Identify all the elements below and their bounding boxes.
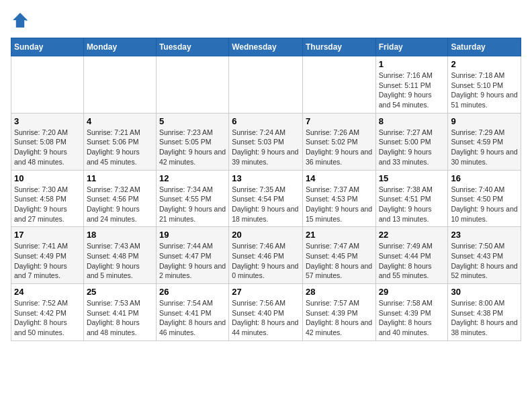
calendar-cell: 1Sunrise: 7:16 AM Sunset: 5:11 PM Daylig… xyxy=(375,56,448,113)
calendar-cell: 25Sunrise: 7:53 AM Sunset: 4:41 PM Dayli… xyxy=(83,284,156,341)
day-number: 23 xyxy=(451,230,518,240)
calendar-cell: 12Sunrise: 7:34 AM Sunset: 4:55 PM Dayli… xyxy=(156,170,228,227)
calendar-cell: 26Sunrise: 7:54 AM Sunset: 4:41 PM Dayli… xyxy=(156,284,228,341)
day-info: Sunrise: 7:40 AM Sunset: 4:50 PM Dayligh… xyxy=(451,185,518,224)
day-number: 1 xyxy=(379,59,445,69)
calendar-cell xyxy=(302,56,375,113)
calendar-cell: 19Sunrise: 7:44 AM Sunset: 4:47 PM Dayli… xyxy=(156,227,228,284)
day-info: Sunrise: 7:41 AM Sunset: 4:49 PM Dayligh… xyxy=(14,241,81,281)
calendar-cell: 14Sunrise: 7:37 AM Sunset: 4:53 PM Dayli… xyxy=(302,170,375,227)
day-number: 30 xyxy=(451,287,518,297)
day-info: Sunrise: 7:27 AM Sunset: 5:00 PM Dayligh… xyxy=(379,128,445,167)
day-info: Sunrise: 7:20 AM Sunset: 5:08 PM Dayligh… xyxy=(14,128,81,167)
calendar-week-5: 24Sunrise: 7:52 AM Sunset: 4:42 PM Dayli… xyxy=(11,284,521,341)
day-number: 11 xyxy=(87,173,153,183)
day-number: 18 xyxy=(87,230,153,240)
day-number: 12 xyxy=(159,173,226,183)
day-info: Sunrise: 7:54 AM Sunset: 4:41 PM Dayligh… xyxy=(159,298,226,338)
day-number: 7 xyxy=(306,116,373,126)
calendar-cell: 9Sunrise: 7:29 AM Sunset: 4:59 PM Daylig… xyxy=(448,113,521,170)
day-info: Sunrise: 7:38 AM Sunset: 4:51 PM Dayligh… xyxy=(379,185,445,224)
calendar-header-sunday: Sunday xyxy=(11,38,84,56)
day-number: 24 xyxy=(14,287,81,297)
day-info: Sunrise: 7:50 AM Sunset: 4:43 PM Dayligh… xyxy=(451,241,518,281)
day-number: 5 xyxy=(159,116,226,126)
calendar-cell: 8Sunrise: 7:27 AM Sunset: 5:00 PM Daylig… xyxy=(375,113,448,170)
day-info: Sunrise: 7:29 AM Sunset: 4:59 PM Dayligh… xyxy=(451,128,518,167)
calendar-cell: 15Sunrise: 7:38 AM Sunset: 4:51 PM Dayli… xyxy=(375,170,448,227)
day-number: 29 xyxy=(379,287,445,297)
calendar-week-3: 10Sunrise: 7:30 AM Sunset: 4:58 PM Dayli… xyxy=(11,170,521,227)
calendar-cell: 24Sunrise: 7:52 AM Sunset: 4:42 PM Dayli… xyxy=(11,284,84,341)
day-info: Sunrise: 7:58 AM Sunset: 4:39 PM Dayligh… xyxy=(379,298,445,338)
day-info: Sunrise: 7:43 AM Sunset: 4:48 PM Dayligh… xyxy=(87,241,153,281)
logo xyxy=(11,11,32,30)
day-info: Sunrise: 7:30 AM Sunset: 4:58 PM Dayligh… xyxy=(14,185,81,224)
day-number: 8 xyxy=(379,116,445,126)
day-info: Sunrise: 7:18 AM Sunset: 5:10 PM Dayligh… xyxy=(451,71,518,110)
day-info: Sunrise: 7:57 AM Sunset: 4:39 PM Dayligh… xyxy=(306,298,373,338)
day-number: 17 xyxy=(14,230,81,240)
day-number: 14 xyxy=(306,173,373,183)
logo-icon xyxy=(11,11,30,30)
calendar-cell: 28Sunrise: 7:57 AM Sunset: 4:39 PM Dayli… xyxy=(302,284,375,341)
day-number: 21 xyxy=(306,230,373,240)
calendar-cell xyxy=(156,56,228,113)
day-info: Sunrise: 7:34 AM Sunset: 4:55 PM Dayligh… xyxy=(159,185,226,224)
page-header xyxy=(11,11,521,30)
day-info: Sunrise: 7:37 AM Sunset: 4:53 PM Dayligh… xyxy=(306,185,373,224)
calendar-cell: 5Sunrise: 7:23 AM Sunset: 5:05 PM Daylig… xyxy=(156,113,228,170)
day-number: 28 xyxy=(306,287,373,297)
calendar-table: SundayMondayTuesdayWednesdayThursdayFrid… xyxy=(11,38,521,341)
calendar-cell: 20Sunrise: 7:46 AM Sunset: 4:46 PM Dayli… xyxy=(229,227,303,284)
day-info: Sunrise: 7:21 AM Sunset: 5:06 PM Dayligh… xyxy=(87,128,153,167)
day-info: Sunrise: 7:16 AM Sunset: 5:11 PM Dayligh… xyxy=(379,71,445,110)
calendar-cell xyxy=(83,56,156,113)
calendar-header-wednesday: Wednesday xyxy=(229,38,303,56)
calendar-cell: 29Sunrise: 7:58 AM Sunset: 4:39 PM Dayli… xyxy=(375,284,448,341)
calendar-cell: 4Sunrise: 7:21 AM Sunset: 5:06 PM Daylig… xyxy=(83,113,156,170)
calendar-week-1: 1Sunrise: 7:16 AM Sunset: 5:11 PM Daylig… xyxy=(11,56,521,113)
day-number: 6 xyxy=(232,116,300,126)
calendar-cell: 21Sunrise: 7:47 AM Sunset: 4:45 PM Dayli… xyxy=(302,227,375,284)
day-info: Sunrise: 7:24 AM Sunset: 5:03 PM Dayligh… xyxy=(232,128,300,167)
calendar-cell: 18Sunrise: 7:43 AM Sunset: 4:48 PM Dayli… xyxy=(83,227,156,284)
day-number: 15 xyxy=(379,173,445,183)
calendar-cell: 13Sunrise: 7:35 AM Sunset: 4:54 PM Dayli… xyxy=(229,170,303,227)
day-info: Sunrise: 7:26 AM Sunset: 5:02 PM Dayligh… xyxy=(306,128,373,167)
day-number: 27 xyxy=(232,287,300,297)
calendar-cell: 11Sunrise: 7:32 AM Sunset: 4:56 PM Dayli… xyxy=(83,170,156,227)
day-number: 10 xyxy=(14,173,81,183)
calendar-cell xyxy=(229,56,303,113)
day-number: 16 xyxy=(451,173,518,183)
day-number: 25 xyxy=(87,287,153,297)
calendar-week-2: 3Sunrise: 7:20 AM Sunset: 5:08 PM Daylig… xyxy=(11,113,521,170)
calendar-cell: 6Sunrise: 7:24 AM Sunset: 5:03 PM Daylig… xyxy=(229,113,303,170)
day-info: Sunrise: 7:46 AM Sunset: 4:46 PM Dayligh… xyxy=(232,241,300,281)
calendar-cell: 2Sunrise: 7:18 AM Sunset: 5:10 PM Daylig… xyxy=(448,56,521,113)
svg-marker-0 xyxy=(13,13,28,28)
day-number: 9 xyxy=(451,116,518,126)
calendar-header-tuesday: Tuesday xyxy=(156,38,228,56)
calendar-cell: 10Sunrise: 7:30 AM Sunset: 4:58 PM Dayli… xyxy=(11,170,84,227)
day-number: 4 xyxy=(87,116,153,126)
calendar-header-thursday: Thursday xyxy=(302,38,375,56)
day-number: 20 xyxy=(232,230,300,240)
calendar-cell: 30Sunrise: 8:00 AM Sunset: 4:38 PM Dayli… xyxy=(448,284,521,341)
calendar-cell: 27Sunrise: 7:56 AM Sunset: 4:40 PM Dayli… xyxy=(229,284,303,341)
day-info: Sunrise: 7:23 AM Sunset: 5:05 PM Dayligh… xyxy=(159,128,226,167)
calendar-header-row: SundayMondayTuesdayWednesdayThursdayFrid… xyxy=(11,38,521,56)
calendar-week-4: 17Sunrise: 7:41 AM Sunset: 4:49 PM Dayli… xyxy=(11,227,521,284)
calendar-cell: 22Sunrise: 7:49 AM Sunset: 4:44 PM Dayli… xyxy=(375,227,448,284)
calendar-header-friday: Friday xyxy=(375,38,448,56)
day-info: Sunrise: 7:47 AM Sunset: 4:45 PM Dayligh… xyxy=(306,241,373,281)
calendar-cell: 17Sunrise: 7:41 AM Sunset: 4:49 PM Dayli… xyxy=(11,227,84,284)
calendar-cell: 7Sunrise: 7:26 AM Sunset: 5:02 PM Daylig… xyxy=(302,113,375,170)
day-info: Sunrise: 7:53 AM Sunset: 4:41 PM Dayligh… xyxy=(87,298,153,338)
day-number: 22 xyxy=(379,230,445,240)
calendar-cell: 23Sunrise: 7:50 AM Sunset: 4:43 PM Dayli… xyxy=(448,227,521,284)
day-number: 2 xyxy=(451,59,518,69)
calendar-cell: 16Sunrise: 7:40 AM Sunset: 4:50 PM Dayli… xyxy=(448,170,521,227)
calendar-header-monday: Monday xyxy=(83,38,156,56)
day-info: Sunrise: 7:44 AM Sunset: 4:47 PM Dayligh… xyxy=(159,241,226,281)
